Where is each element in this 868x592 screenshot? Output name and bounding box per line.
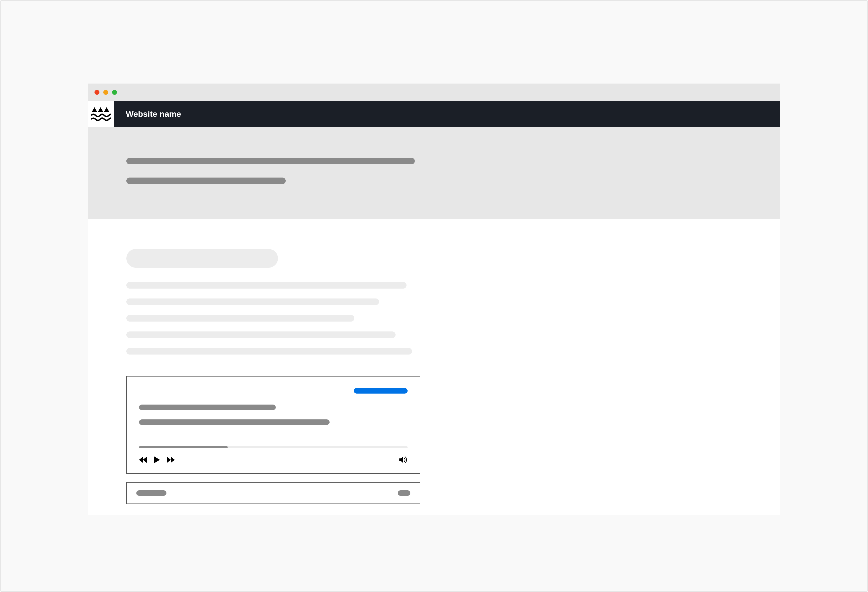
volume-button[interactable] [399, 456, 407, 463]
svg-marker-2 [104, 107, 109, 112]
svg-marker-5 [154, 456, 160, 463]
site-header: Website name [88, 101, 780, 127]
maximize-icon[interactable] [112, 90, 117, 95]
svg-marker-7 [171, 457, 175, 463]
content-heading-placeholder [126, 249, 278, 268]
svg-marker-0 [92, 107, 97, 112]
site-logo[interactable] [88, 101, 114, 127]
volume-icon [399, 456, 407, 463]
audio-subtitle-placeholder [139, 419, 330, 425]
playback-controls [139, 456, 175, 463]
svg-marker-1 [98, 107, 103, 112]
svg-marker-6 [167, 457, 171, 463]
rewind-icon [139, 457, 147, 463]
content-line-placeholder [126, 299, 379, 305]
content-line-placeholder [126, 348, 412, 355]
audio-action-link-placeholder[interactable] [354, 388, 407, 394]
svg-marker-3 [139, 457, 143, 463]
content-section [88, 219, 780, 515]
browser-chrome [88, 84, 780, 101]
hero-subheading-placeholder [126, 178, 286, 184]
svg-marker-4 [143, 457, 147, 463]
content-line-placeholder [126, 332, 396, 338]
accordion-label-placeholder [136, 490, 167, 496]
svg-marker-8 [399, 456, 403, 463]
audio-top-row [139, 388, 407, 394]
audio-progress-fill [139, 446, 228, 448]
close-icon[interactable] [94, 90, 99, 95]
minimize-icon[interactable] [103, 90, 108, 95]
hero-section [88, 127, 780, 219]
audio-controls [139, 456, 407, 463]
play-button[interactable] [154, 456, 160, 463]
play-icon [154, 456, 160, 463]
accordion-meta-placeholder [398, 490, 410, 496]
rewind-button[interactable] [139, 457, 147, 463]
accordion-row[interactable] [126, 482, 420, 504]
forward-icon [167, 457, 175, 463]
audio-progress-track[interactable] [139, 446, 407, 448]
canvas-frame: Website name [0, 0, 868, 592]
forward-button[interactable] [167, 457, 175, 463]
audio-title-placeholder [139, 404, 276, 410]
hero-heading-placeholder [126, 158, 415, 164]
content-line-placeholder [126, 282, 406, 289]
site-name: Website name [126, 110, 181, 119]
audio-player-card [126, 376, 420, 474]
content-line-placeholder [126, 315, 354, 321]
browser-window: Website name [88, 84, 780, 515]
